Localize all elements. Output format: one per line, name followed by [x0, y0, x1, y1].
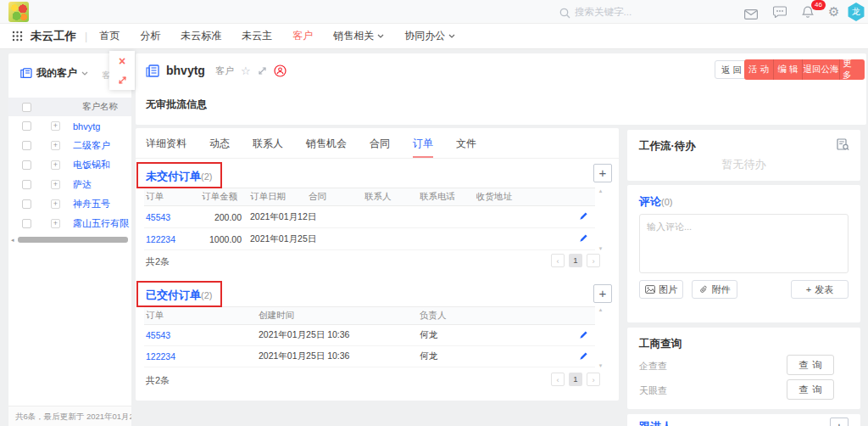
customer-link[interactable]: 神舟五号: [73, 198, 110, 210]
customer-link[interactable]: 电饭锅和: [73, 159, 110, 171]
detail-title-row: bhvytg 客户 ☆: [146, 64, 287, 77]
table-row: 122234 2021年01月25日 10:36 何龙: [144, 346, 595, 367]
scroll-down-icon[interactable]: ▾: [599, 362, 603, 369]
order-link[interactable]: 45543: [144, 212, 200, 222]
row-expander[interactable]: +: [51, 180, 60, 189]
edit-row-button[interactable]: [537, 330, 595, 341]
publish-comment-button[interactable]: + 发表: [791, 280, 849, 299]
chevron-down-icon[interactable]: [81, 71, 88, 76]
edit-button[interactable]: 编辑: [773, 59, 802, 80]
chat-icon[interactable]: [773, 6, 787, 21]
nav-item-sales[interactable]: 销售相关: [333, 29, 384, 43]
order-link[interactable]: 122234: [144, 234, 200, 244]
row-expander[interactable]: +: [51, 199, 60, 209]
customer-list-panel: 我的客户 客户 客户名称 + bhvytg + 二级客户 + 电饭锅和: [8, 53, 131, 426]
expand-diagonal-icon: [118, 76, 127, 85]
apps-grid-icon[interactable]: [12, 31, 23, 42]
tab-files[interactable]: 文件: [456, 128, 476, 158]
add-undelivered-order-button[interactable]: +: [593, 164, 612, 182]
scroll-down-icon[interactable]: ▾: [599, 245, 603, 252]
star-icon[interactable]: ☆: [241, 65, 251, 76]
select-all-checkbox[interactable]: [22, 103, 31, 112]
nav-item-analysis[interactable]: 分析: [140, 29, 160, 43]
mail-icon[interactable]: [744, 8, 758, 23]
add-follow-up-button[interactable]: +: [830, 418, 849, 426]
row-expander[interactable]: +: [51, 141, 60, 150]
nav-item-main[interactable]: 未云主: [242, 29, 272, 43]
tab-profile[interactable]: 详细资料: [146, 128, 186, 158]
lock-status-icon[interactable]: [274, 64, 287, 77]
activity-button[interactable]: 活动: [744, 59, 773, 80]
add-attachment-button[interactable]: 附件: [692, 280, 737, 299]
row-checkbox[interactable]: [22, 180, 31, 189]
nav-item-standard[interactable]: 未云标准: [181, 29, 221, 43]
current-page[interactable]: 1: [569, 254, 582, 267]
edit-row-button[interactable]: [537, 351, 595, 362]
return-to-pool-button[interactable]: 退回公海: [802, 59, 839, 80]
current-page[interactable]: 1: [569, 373, 582, 386]
tab-contracts[interactable]: 合同: [370, 128, 390, 158]
tianyancha-label: 天眼查: [639, 384, 667, 397]
customer-link[interactable]: bhvytg: [73, 121, 100, 132]
qichacha-query-button[interactable]: 查询: [787, 355, 834, 375]
prev-page-button[interactable]: ‹: [551, 254, 565, 267]
created-time: 2021年01月25日 10:36: [257, 350, 418, 362]
back-button[interactable]: 返回: [715, 60, 748, 79]
customer-list-title[interactable]: 我的客户: [36, 66, 77, 81]
close-button[interactable]: ×: [109, 51, 135, 70]
row-expander[interactable]: +: [51, 219, 60, 228]
scrollbar-thumb[interactable]: [18, 237, 128, 243]
nav-item-home[interactable]: 首页: [99, 29, 120, 43]
tab-contacts[interactable]: 联系人: [253, 128, 283, 158]
order-date: 2021年01月12日: [248, 211, 342, 223]
row-checkbox[interactable]: [22, 219, 31, 228]
gear-icon[interactable]: ⚙: [828, 4, 839, 20]
prev-page-button[interactable]: ‹: [551, 373, 565, 386]
nav-item-collab[interactable]: 协同办公: [404, 29, 455, 43]
follow-up-panel: 跟进人 +: [627, 414, 860, 426]
add-image-button[interactable]: 图片: [639, 280, 683, 299]
record-type-label: 客户: [215, 64, 234, 77]
nav-item-customer[interactable]: 客户: [292, 29, 313, 43]
tab-opportunities[interactable]: 销售机会: [306, 128, 347, 158]
tab-orders[interactable]: 订单: [413, 128, 433, 158]
row-expander[interactable]: +: [51, 121, 60, 131]
brand-title[interactable]: 未云工作: [31, 29, 76, 44]
search-icon[interactable]: [559, 7, 570, 22]
more-button[interactable]: 更多: [839, 59, 865, 80]
delivered-total: 共2条: [146, 374, 170, 387]
next-page-button[interactable]: ›: [587, 254, 600, 267]
expand-button[interactable]: [109, 70, 135, 90]
scroll-up-icon[interactable]: ▴: [599, 306, 603, 313]
business-query-title: 工商查询: [639, 337, 682, 351]
order-link[interactable]: 45543: [144, 330, 257, 340]
book-icon: [20, 68, 32, 79]
edit-row-button[interactable]: [342, 211, 595, 222]
table-vertical-scrollbar[interactable]: ▴ ▾: [597, 306, 604, 369]
transfer-arrows-icon[interactable]: [258, 66, 267, 76]
order-link[interactable]: 122234: [144, 351, 257, 362]
scroll-up-icon[interactable]: ▴: [599, 188, 603, 194]
customer-link[interactable]: 露山五行有限: [73, 217, 129, 230]
tab-activity[interactable]: 动态: [209, 128, 230, 158]
workflow-search-icon[interactable]: [837, 138, 849, 154]
add-delivered-order-button[interactable]: +: [593, 284, 612, 303]
customer-link[interactable]: 萨达: [73, 178, 92, 191]
row-checkbox[interactable]: [22, 160, 31, 170]
tianyancha-query-button[interactable]: 查询: [787, 379, 834, 400]
next-page-button[interactable]: ›: [587, 373, 600, 386]
undelivered-orders-title: 未交付订单(2): [146, 169, 212, 184]
customer-link[interactable]: 二级客户: [73, 139, 110, 152]
horizontal-scrollbar[interactable]: ◂: [11, 236, 128, 244]
avatar[interactable]: 龙: [847, 3, 865, 21]
row-expander[interactable]: +: [51, 160, 60, 170]
comment-input[interactable]: [639, 214, 849, 273]
row-checkbox[interactable]: [22, 141, 31, 150]
row-checkbox[interactable]: [22, 121, 31, 131]
scroll-left-icon[interactable]: ◂: [11, 237, 18, 244]
row-checkbox[interactable]: [22, 199, 31, 209]
table-vertical-scrollbar[interactable]: ▴ ▾: [597, 188, 604, 252]
building-icon: [146, 64, 159, 77]
edit-row-button[interactable]: [342, 233, 595, 244]
search-input[interactable]: [575, 3, 702, 20]
